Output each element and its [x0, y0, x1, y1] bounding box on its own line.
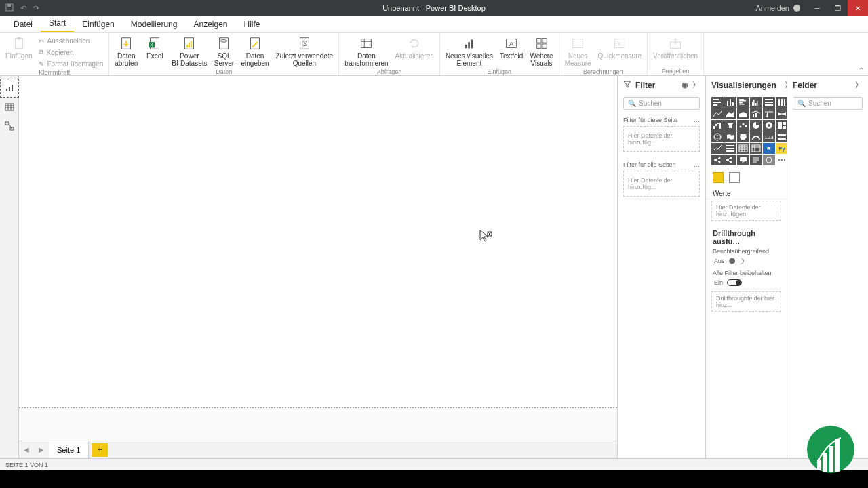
- svg-rect-1: [7, 4, 11, 7]
- minimize-button[interactable]: ─: [807, 0, 827, 16]
- viz-narrative-icon[interactable]: [750, 155, 762, 165]
- tab-modeling[interactable]: Modellierung: [123, 17, 186, 32]
- viz-stacked-bar-icon[interactable]: [711, 97, 724, 108]
- viz-gauge-icon[interactable]: [750, 131, 762, 142]
- report-canvas[interactable]: [19, 76, 617, 408]
- viz-waterfall-icon[interactable]: [711, 120, 724, 131]
- sql-button[interactable]: SQL Server: [211, 34, 237, 68]
- drillthrough-drop[interactable]: Drillthroughfelder hier hinz...: [711, 291, 781, 312]
- report-view-button[interactable]: [0, 79, 19, 98]
- viz-100-bar-icon[interactable]: [763, 97, 775, 108]
- pbi-datasets-button[interactable]: Power BI-Datasets: [169, 34, 210, 68]
- textbox-button[interactable]: A Textfeld: [497, 34, 526, 61]
- undo-icon[interactable]: ↶: [20, 4, 26, 13]
- viz-stacked-area-icon[interactable]: [737, 108, 749, 119]
- svg-text:R: R: [767, 146, 771, 152]
- svg-rect-55: [739, 104, 745, 105]
- viz-pie-icon[interactable]: [750, 120, 762, 131]
- format-label: Format übertragen: [47, 60, 103, 68]
- filter-pane: Filter ◉ 〉 🔍 Suchen Filter für diese Sei…: [617, 76, 705, 458]
- more-icon[interactable]: …: [694, 117, 700, 123]
- viz-matrix-icon[interactable]: [750, 143, 762, 154]
- recent-sources-button[interactable]: Zuletzt verwendete Quellen: [273, 34, 336, 68]
- viz-key-influencers-icon[interactable]: [711, 155, 724, 165]
- svg-point-83: [714, 134, 721, 140]
- show-hide-icon[interactable]: ◉: [682, 81, 688, 89]
- viz-slicer-icon[interactable]: [724, 143, 736, 154]
- viz-filled-map-icon[interactable]: [724, 131, 736, 142]
- viz-stacked-column-icon[interactable]: [724, 97, 736, 108]
- tab-view[interactable]: Anzeigen: [185, 17, 235, 32]
- viz-kpi-icon[interactable]: [711, 143, 724, 154]
- viz-scatter-icon[interactable]: [737, 120, 749, 131]
- maximize-button[interactable]: ❐: [827, 0, 848, 16]
- tab-help[interactable]: Hilfe: [236, 17, 269, 32]
- filter-search-input[interactable]: 🔍 Suchen: [623, 97, 700, 110]
- filter-icon: [623, 80, 631, 90]
- svg-rect-47: [713, 102, 721, 103]
- viz-line-column-icon[interactable]: [750, 108, 762, 119]
- viz-qa-icon[interactable]: [737, 155, 749, 165]
- svg-rect-68: [766, 114, 767, 117]
- values-drop[interactable]: Hier Datenfelder hinzufügen: [711, 201, 781, 221]
- sql-label: SQL Server: [214, 52, 234, 67]
- svg-rect-40: [5, 122, 9, 125]
- viz-r-icon[interactable]: R: [763, 143, 775, 154]
- viz-clustered-column-icon[interactable]: [750, 97, 762, 108]
- expand-icon[interactable]: 〉: [855, 80, 863, 90]
- viz-arcgis-icon[interactable]: [763, 155, 775, 165]
- sql-icon: [216, 35, 232, 52]
- svg-point-84: [714, 136, 721, 138]
- tab-start[interactable]: Start: [41, 16, 74, 32]
- svg-rect-53: [739, 100, 746, 102]
- page-tab-1[interactable]: Seite 1: [49, 441, 89, 459]
- tab-file[interactable]: Datei: [5, 17, 41, 32]
- viz-shape-map-icon[interactable]: [737, 131, 749, 142]
- close-button[interactable]: ✕: [848, 0, 868, 16]
- viz-card-icon[interactable]: 123: [763, 131, 775, 142]
- viz-table-icon[interactable]: [737, 143, 749, 154]
- expand-icon[interactable]: 〉: [692, 80, 700, 90]
- signin-button[interactable]: Anmelden: [749, 4, 807, 12]
- viz-map-icon[interactable]: [711, 131, 724, 142]
- tab-insert[interactable]: Einfügen: [74, 17, 122, 32]
- fields-search-input[interactable]: 🔍 Suchen: [793, 97, 863, 110]
- viz-funnel-icon[interactable]: [724, 120, 736, 131]
- enter-data-button[interactable]: Daten eingeben: [238, 34, 271, 68]
- viz-clustered-bar-icon[interactable]: [737, 97, 749, 108]
- cross-report-toggle[interactable]: [729, 258, 744, 264]
- viz-line-icon[interactable]: [711, 108, 724, 119]
- data-view-button[interactable]: [0, 98, 19, 117]
- svg-text:A: A: [509, 41, 514, 47]
- transform-data-button[interactable]: Daten transformieren: [342, 34, 391, 68]
- filter-this-page-drop[interactable]: Hier Datenfelder hinzufüg...: [623, 126, 700, 152]
- excel-button[interactable]: X Excel: [142, 34, 167, 61]
- viz-donut-icon[interactable]: [763, 120, 775, 131]
- get-data-button[interactable]: Daten abrufen: [112, 34, 140, 68]
- add-page-button[interactable]: +: [92, 443, 108, 457]
- keep-filters-toggle[interactable]: [727, 279, 742, 286]
- svg-point-102: [714, 159, 717, 161]
- more-icon[interactable]: …: [694, 161, 700, 168]
- collapse-ribbon-icon[interactable]: ⌃: [859, 66, 864, 74]
- redo-icon[interactable]: ↷: [33, 4, 39, 13]
- prev-page-button[interactable]: ◀: [19, 441, 34, 459]
- model-view-button[interactable]: [0, 117, 19, 136]
- viz-line-clustered-icon[interactable]: [763, 108, 775, 119]
- svg-rect-69: [767, 113, 768, 117]
- transform-icon: [358, 35, 374, 52]
- new-visual-button[interactable]: Neues visuelles Element: [443, 34, 496, 68]
- format-tab-button[interactable]: [729, 172, 740, 183]
- save-icon[interactable]: [5, 3, 14, 13]
- filter-all-pages-drop[interactable]: Hier Datenfelder hinzufüg...: [623, 171, 700, 197]
- more-visuals-label: Weitere Visuals: [530, 52, 553, 67]
- viz-area-icon[interactable]: [724, 108, 736, 119]
- next-page-button[interactable]: ▶: [34, 441, 49, 459]
- enter-data-label: Daten eingeben: [241, 52, 269, 67]
- more-visuals-button[interactable]: Weitere Visuals: [527, 34, 555, 68]
- svg-rect-2: [15, 39, 22, 49]
- fields-tab-button[interactable]: [713, 172, 724, 183]
- svg-point-13: [221, 40, 227, 43]
- measure-label: Neues Measure: [565, 52, 591, 67]
- viz-decomposition-icon[interactable]: [724, 155, 736, 165]
